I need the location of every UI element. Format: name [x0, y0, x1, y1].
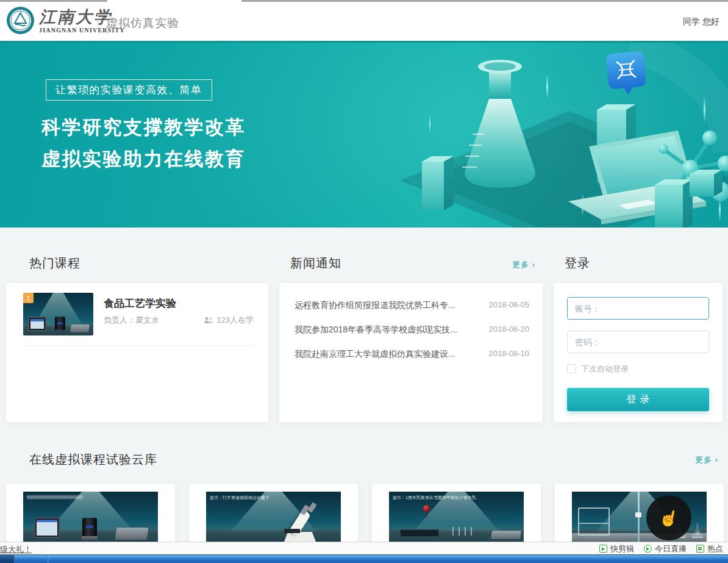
students-icon: [204, 317, 213, 324]
site-title: 虚拟仿真实验: [106, 15, 179, 31]
news-item-title: 远程教育协作组简报报道我院优势工科专...: [294, 300, 455, 311]
rack-icon: [491, 531, 521, 539]
status-tools: 快剪辑 今日直播 热点: [599, 542, 723, 555]
university-emblem-icon: [6, 6, 35, 35]
lab-machine-icon: [82, 518, 97, 536]
hero-badge: 让繁琐的实验课变高效、简单: [46, 79, 212, 101]
hot-courses-heading: 热门课程: [29, 255, 80, 271]
test-tube-icon: [452, 527, 454, 536]
news-item-date: 2018-06-05: [489, 300, 530, 309]
flask-label: 3: [696, 531, 699, 536]
hot-course-card[interactable]: 1 食品工艺学实验 负责人：夏文水 123人在学: [6, 283, 268, 422]
news-heading: 新闻通知: [290, 255, 341, 271]
students-count: 123人在学: [216, 315, 254, 326]
clamp-icon: [635, 512, 641, 517]
user-greeting[interactable]: 同学 您好: [683, 16, 719, 27]
microscope-stage: [284, 529, 300, 533]
cloud-course-card-2[interactable]: 提示：打开显微镜载物台的盖子: [189, 484, 358, 542]
scene-hint: 提示：打开显微镜载物台的盖子: [210, 495, 269, 501]
browser-topline-left: [0, 0, 107, 2]
magnifier-overlay: ☝: [646, 495, 691, 540]
rank-badge: 1: [23, 293, 34, 303]
course-scene: 提示：打开显微镜载物台的盖子: [206, 492, 341, 542]
password-input[interactable]: [567, 331, 709, 353]
browser-status-bar: 级大礼！ 快剪辑 今日直播 热点: [0, 542, 728, 554]
tool-label: 快剪辑: [610, 543, 634, 554]
news-item[interactable]: 远程教育协作组简报报道我院优势工科专... 2018-06-05: [294, 300, 529, 314]
test-tube-icon: [471, 527, 472, 536]
tool-label: 热点: [707, 543, 723, 554]
page: 江南大学 JIANGNAN UNIVERSITY 虚拟仿真实验 同学 您好: [0, 0, 728, 563]
monitor-icon: [28, 317, 46, 331]
device-icon: [70, 325, 90, 332]
auto-login-checkbox[interactable]: [567, 364, 576, 373]
course-scene: [23, 492, 158, 542]
hot-news-tool[interactable]: 热点: [696, 543, 723, 554]
cloud-course-card-4[interactable]: 2 3 ☝: [555, 484, 724, 542]
hero-title-line2: 虚拟实验助力在线教育: [41, 146, 246, 172]
login-heading: 登录: [565, 255, 590, 271]
header: 江南大学 JIANGNAN UNIVERSITY 虚拟仿真实验 同学 您好: [0, 0, 728, 41]
windows-taskbar[interactable]: [0, 554, 728, 563]
course-thumbnail: 1: [23, 293, 93, 335]
cloud-course-card-1[interactable]: [6, 484, 175, 542]
course-students: 123人在学: [204, 315, 254, 326]
flask-icon: [691, 523, 704, 538]
header-divider: [98, 13, 98, 29]
status-left-link[interactable]: 级大礼！: [0, 544, 32, 555]
news-item-date: 2018-06-20: [489, 325, 530, 334]
cloud-course-card-3[interactable]: 提示：1用牛乳吸管从无菌杯中吸取少量牛乳: [372, 484, 541, 542]
hand-icon: ☝: [657, 506, 680, 529]
browser-topline-right: [241, 0, 728, 2]
course-title: 食品工艺学实验: [104, 296, 176, 310]
news-item[interactable]: 我院参加2018年春季高等学校虚拟现实技... 2018-06-20: [294, 325, 529, 338]
hot-news-icon: [696, 545, 704, 553]
course-leader: 负责人：夏文水: [104, 315, 159, 326]
news-more-link[interactable]: 更多 ›: [512, 259, 535, 270]
live-today-tool[interactable]: 今日直播: [644, 543, 687, 554]
auto-login-label: 下次自动登录: [581, 364, 629, 375]
taskbar-separator: [48, 555, 48, 563]
news-item-date: 2018-08-10: [489, 349, 530, 358]
lab-stand-icon: [578, 507, 610, 536]
microscope-icon: [284, 532, 316, 542]
blurred-caption: [27, 495, 83, 499]
test-tube-icon: [459, 527, 460, 536]
cloud-library-more-link[interactable]: 更多 ›: [695, 454, 718, 465]
news-item[interactable]: 我院赴南京理工大学就虚拟仿真实验建设... 2018-08-10: [294, 349, 529, 362]
quick-clip-tool[interactable]: 快剪辑: [599, 543, 634, 554]
microscope-eyepiece: [307, 502, 316, 513]
taskbar-app-button[interactable]: [0, 555, 15, 563]
news-item-title: 我院赴南京理工大学就虚拟仿真实验建设...: [294, 349, 455, 360]
course-thumbnail-scene: [23, 293, 93, 335]
course-scene: 提示：1用牛乳吸管从无菌杯中吸取少量牛乳: [389, 492, 524, 542]
lab-machine-icon: [55, 317, 65, 330]
login-button[interactable]: 登录: [567, 388, 709, 411]
hero-illustration: [387, 43, 728, 228]
live-today-icon: [644, 545, 652, 553]
divider: [23, 345, 255, 346]
monitor-icon: [34, 517, 60, 538]
hero-title-line1: 科学研究支撑教学改革: [41, 115, 246, 140]
cloud-library-heading: 在线虚拟课程试验云库: [29, 451, 157, 468]
pedestal-icon: [82, 536, 98, 540]
news-item-title: 我院参加2018年春季高等学校虚拟现实技...: [294, 325, 457, 335]
course-scene: 2 3 ☝: [572, 492, 707, 542]
news-card: 远程教育协作组简报报道我院优势工科专... 2018-06-05 我院参加201…: [279, 283, 543, 422]
login-card: 下次自动登录 登录: [554, 283, 723, 422]
account-input[interactable]: [567, 297, 709, 320]
hero-banner: 让繁琐的实验课变高效、简单 科学研究支撑教学改革 虚拟实验助力在线教育: [0, 41, 728, 228]
main-content: 热门课程 新闻通知 更多 › 登录 1 食品工艺学实验 负责人：夏文水: [0, 228, 728, 542]
tray-icon: [400, 529, 439, 537]
test-tube-icon: [465, 527, 466, 536]
tool-label: 今日直播: [655, 543, 687, 554]
quick-clip-icon: [599, 545, 607, 553]
scene-hint: 提示：1用牛乳吸管从无菌杯中吸取少量牛乳: [393, 495, 476, 501]
device-icon: [115, 528, 149, 540]
dropper-stem-icon: [426, 511, 427, 520]
